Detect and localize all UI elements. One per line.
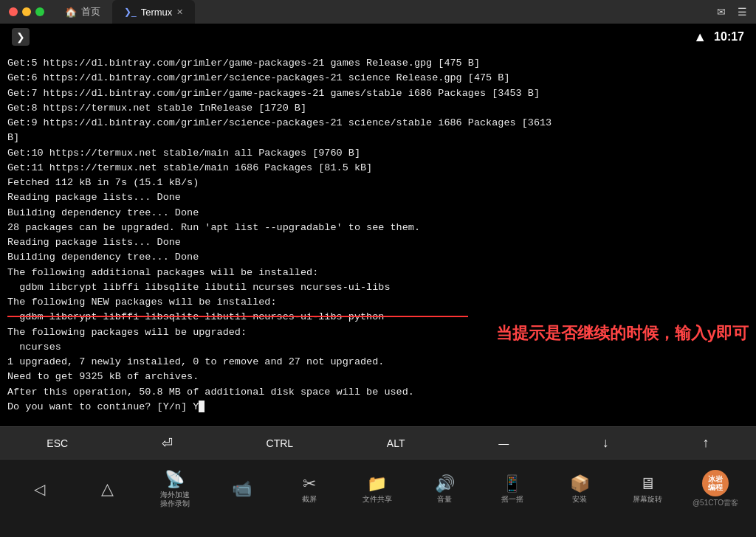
up-key[interactable]: ↑ <box>694 431 718 455</box>
home-nav-icon: △ <box>101 479 114 499</box>
close-dot[interactable] <box>9 7 18 16</box>
nav-home[interactable]: △ <box>85 479 129 499</box>
nav-install[interactable]: 📦 安装 <box>557 474 602 504</box>
nav-shake[interactable]: 📱 摇一摇 <box>490 474 535 504</box>
overseas-label: 海外加速操作录制 <box>160 491 190 508</box>
terminal-text: Get:5 https://dl.bintray.com/grimler/gam… <box>7 56 749 415</box>
rotate-icon: 🖥 <box>639 474 656 493</box>
terminal-box-icon: ❯ <box>16 31 25 43</box>
rotate-label: 屏幕旋转 <box>633 495 662 504</box>
nav-screenshot[interactable]: ✂ 截屏 <box>287 474 331 504</box>
nav-files[interactable]: 📁 文件共享 <box>355 474 399 504</box>
volume-icon: 🔊 <box>435 474 455 493</box>
home-tab[interactable]: 🏠 首页 <box>53 0 112 24</box>
back-icon: ◁ <box>34 480 45 498</box>
watermark: @51CTO雷客 <box>693 498 738 508</box>
termux-icon: ❯_ <box>124 7 137 17</box>
dash-key[interactable]: — <box>489 433 518 454</box>
screenshot-icon: ✂ <box>303 474 316 493</box>
alt-key[interactable]: ALT <box>378 433 414 454</box>
avatar: 冰岩编程 <box>702 470 729 496</box>
underline-decoration <box>7 316 468 317</box>
bottom-nav: ◁ △ 📡 海外加速操作录制 📹 ✂ 截屏 📁 文件共享 🔊 音量 📱 摇一摇 … <box>0 459 756 518</box>
home-tab-label: 首页 <box>81 5 100 18</box>
record-icon: 📹 <box>232 479 252 499</box>
mail-icon[interactable]: ✉ <box>717 6 726 18</box>
termux-tab-label: Termux <box>141 7 173 18</box>
shake-icon: 📱 <box>502 474 522 493</box>
screenshot-label: 截屏 <box>302 495 317 504</box>
status-bar: ❯ ▲ 10:17 <box>0 24 756 50</box>
overseas-icon: 📡 <box>165 470 185 489</box>
install-icon: 📦 <box>570 474 590 493</box>
titlebar: 🏠 首页 ❯_ Termux ✕ ✉ ☰ <box>0 0 756 24</box>
install-label: 安装 <box>572 495 587 504</box>
files-icon: 📁 <box>367 474 387 493</box>
titlebar-right: ✉ ☰ <box>717 6 756 18</box>
maximize-dot[interactable] <box>35 7 44 16</box>
status-bar-right: ▲ 10:17 <box>693 30 744 45</box>
menu-icon[interactable]: ☰ <box>738 6 747 18</box>
volume-label: 音量 <box>437 495 452 504</box>
esc-key[interactable]: ESC <box>38 433 77 454</box>
tab-close-button[interactable]: ✕ <box>176 7 183 17</box>
down-key[interactable]: ↓ <box>594 431 618 455</box>
wifi-icon: ▲ <box>693 30 707 45</box>
time-display: 10:17 <box>714 30 744 44</box>
enter-key[interactable]: ⏎ <box>153 431 182 456</box>
nav-back[interactable]: ◁ <box>18 480 62 498</box>
terminal-output[interactable]: Get:5 https://dl.bintray.com/grimler/gam… <box>0 50 756 426</box>
termux-tab[interactable]: ❯_ Termux ✕ <box>112 0 195 24</box>
nav-overseas[interactable]: 📡 海外加速操作录制 <box>153 470 197 508</box>
home-icon: 🏠 <box>65 7 77 18</box>
nav-avatar[interactable]: 冰岩编程 @51CTO雷客 <box>693 470 738 508</box>
nav-rotate[interactable]: 🖥 屏幕旋转 <box>625 474 670 504</box>
terminal-icon-box: ❯ <box>12 28 30 46</box>
window-controls <box>0 7 44 16</box>
ctrl-key[interactable]: CTRL <box>258 433 303 454</box>
files-label: 文件共享 <box>362 495 392 504</box>
shake-label: 摇一摇 <box>501 495 523 504</box>
keyboard-bar: ESC ⏎ CTRL ALT — ↓ ↑ <box>0 426 756 459</box>
minimize-dot[interactable] <box>22 7 31 16</box>
avatar-text: 冰岩编程 <box>708 475 723 491</box>
nav-volume[interactable]: 🔊 音量 <box>422 474 467 504</box>
nav-record[interactable]: 📹 <box>220 479 264 499</box>
